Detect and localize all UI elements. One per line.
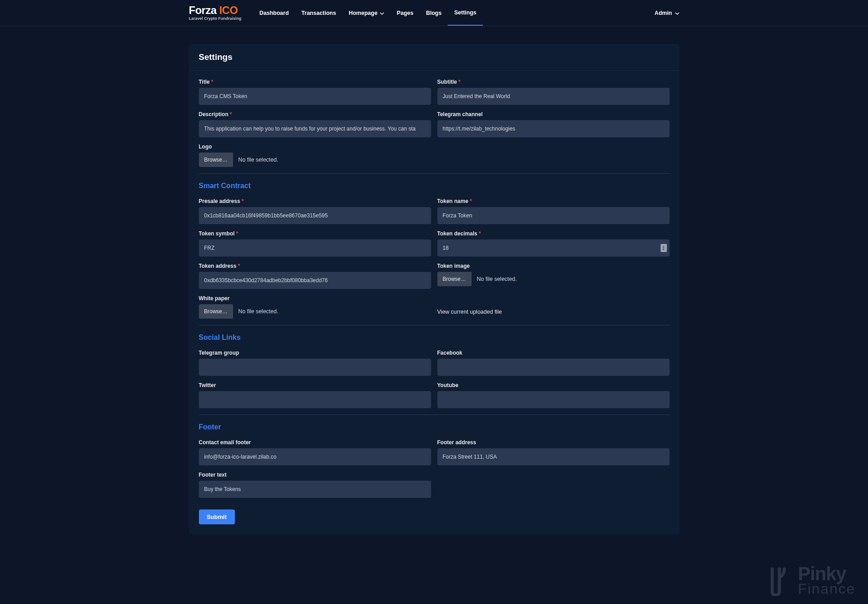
user-menu[interactable]: Admin — [655, 10, 679, 16]
main-nav: Dashboard Transactions Homepage Pages Bl… — [253, 0, 483, 26]
chevron-down-icon — [380, 11, 384, 15]
telegram-group-input[interactable] — [199, 359, 431, 376]
divider — [199, 415, 670, 415]
youtube-input[interactable] — [437, 391, 670, 408]
user-name: Admin — [655, 10, 672, 16]
nav-pages[interactable]: Pages — [391, 1, 420, 25]
white-paper-label: White paper — [199, 295, 431, 302]
twitter-label: Twitter — [199, 382, 431, 388]
brand-name-a: Forza — [189, 4, 217, 16]
contact-email-footer-input[interactable] — [199, 448, 431, 465]
footer-text-input[interactable] — [199, 481, 431, 498]
footer-address-input[interactable] — [437, 448, 670, 465]
token-address-input[interactable] — [199, 272, 431, 289]
description-label: Description * — [199, 111, 431, 117]
telegram-channel-label: Telegram channel — [437, 111, 670, 117]
description-input[interactable] — [199, 120, 431, 137]
brand-logo[interactable]: Forza ICO Laravel Crypto Fundraising — [189, 5, 242, 21]
page-container: Settings Title * Subtitle * Description … — [189, 44, 679, 534]
chevron-down-icon — [675, 11, 679, 15]
footer-heading: Footer — [199, 423, 670, 431]
title-input[interactable] — [199, 88, 431, 105]
card-header: Settings — [189, 44, 679, 71]
divider — [199, 173, 670, 174]
number-spinner-icon[interactable]: ▲▼ — [661, 244, 667, 252]
token-name-label: Token name * — [437, 198, 670, 204]
header-inner: Forza ICO Laravel Crypto Fundraising Das… — [189, 0, 679, 26]
view-uploaded-link[interactable]: View current uploaded file — [437, 309, 670, 315]
footer-address-label: Footer address — [437, 439, 670, 446]
logo-label: Logo — [199, 144, 431, 150]
nav-settings[interactable]: Settings — [448, 0, 482, 26]
nav-dashboard[interactable]: Dashboard — [253, 1, 295, 25]
smart-contract-heading: Smart Contract — [199, 182, 670, 190]
facebook-input[interactable] — [437, 359, 670, 376]
token-image-file-status: No file selected. — [477, 276, 517, 282]
token-image-label: Token image — [437, 263, 670, 269]
contact-email-footer-label: Contact email footer — [199, 439, 431, 446]
nav-transactions[interactable]: Transactions — [295, 1, 342, 25]
settings-card: Settings Title * Subtitle * Description … — [189, 44, 679, 534]
footer-text-label: Footer text — [199, 472, 431, 478]
social-links-heading: Social Links — [199, 334, 670, 342]
brand-tagline: Laravel Crypto Fundraising — [189, 17, 242, 21]
divider — [199, 325, 670, 325]
title-label: Title * — [199, 79, 431, 85]
telegram-group-label: Telegram group — [199, 350, 431, 356]
brand-name-b: ICO — [219, 4, 238, 16]
facebook-label: Facebook — [437, 350, 670, 356]
logo-browse-button[interactable]: Browse… — [199, 153, 233, 167]
top-header: Forza ICO Laravel Crypto Fundraising Das… — [0, 0, 868, 26]
token-decimals-label: Token decimals * — [437, 230, 670, 237]
presale-address-label: Presale address * — [199, 198, 431, 204]
token-decimals-input[interactable] — [437, 239, 670, 257]
presale-address-input[interactable] — [199, 207, 431, 224]
logo-file-status: No file selected. — [238, 157, 279, 163]
nav-homepage[interactable]: Homepage — [342, 1, 391, 25]
nav-homepage-label: Homepage — [349, 10, 378, 16]
card-body: Title * Subtitle * Description * Telegra… — [189, 71, 679, 534]
subtitle-input[interactable] — [437, 88, 670, 105]
white-paper-file-status: No file selected. — [238, 308, 279, 315]
submit-button[interactable]: Submit — [199, 509, 235, 524]
page-title: Settings — [199, 52, 670, 62]
token-address-label: Token address * — [199, 263, 431, 269]
youtube-label: Youtube — [437, 382, 670, 388]
twitter-input[interactable] — [199, 391, 431, 408]
token-symbol-label: Token symbol * — [199, 230, 431, 237]
telegram-channel-input[interactable] — [437, 120, 670, 137]
token-symbol-input[interactable] — [199, 239, 431, 257]
subtitle-label: Subtitle * — [437, 79, 670, 85]
nav-blogs[interactable]: Blogs — [420, 1, 448, 25]
white-paper-browse-button[interactable]: Browse… — [199, 304, 233, 319]
token-image-browse-button[interactable]: Browse… — [437, 272, 472, 286]
token-name-input[interactable] — [437, 207, 670, 224]
